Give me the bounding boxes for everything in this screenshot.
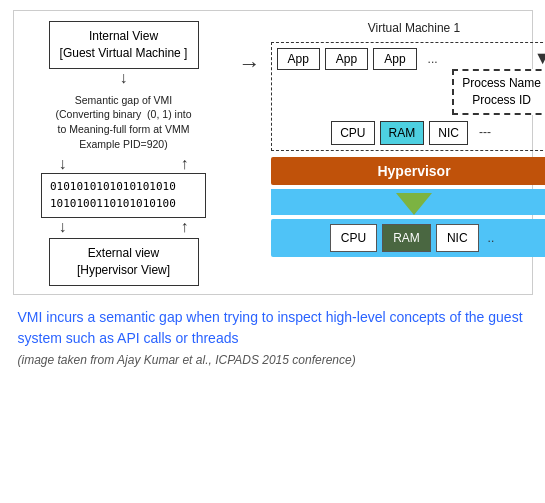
diagram-area: Internal View [Guest Virtual Machine ] ↓…: [24, 21, 522, 286]
left-side: Internal View [Guest Virtual Machine ] ↓…: [24, 21, 224, 286]
vm-cpu-cell: CPU: [331, 121, 374, 145]
vm-nic-cell: NIC: [429, 121, 468, 145]
internal-view-line2: [Guest Virtual Machine ]: [60, 46, 188, 60]
diagram-container: Internal View [Guest Virtual Machine ] ↓…: [13, 10, 533, 295]
internal-view-box: Internal View [Guest Virtual Machine ]: [49, 21, 199, 69]
vm-resource-row: CPU RAM NIC ---: [277, 121, 546, 145]
external-view-line1: External view: [88, 246, 159, 260]
green-triangle-wrapper: [271, 189, 546, 215]
external-view-line2: [Hypervisor View]: [77, 263, 170, 277]
hypervisor-bar: Hypervisor: [271, 157, 546, 185]
caption-main: VMI incurs a semantic gap when trying to…: [18, 307, 528, 349]
phys-cpu-cell: CPU: [330, 224, 377, 252]
vm-top-row: App App App ... ▼ Process Name Process I…: [277, 48, 546, 115]
semantic-gap-text: Semantic gap of VMI(Converting binary (0…: [34, 93, 214, 152]
vm-resource-dots: ---: [473, 121, 497, 145]
vm-ram-cell: RAM: [380, 121, 425, 145]
green-triangle-icon: [396, 193, 432, 215]
internal-view-line1: Internal View: [89, 29, 158, 43]
physical-section: CPU RAM NIC ..: [271, 219, 546, 257]
physical-row: CPU RAM NIC ..: [276, 224, 546, 252]
process-wrapper: ▼ Process Name Process ID: [452, 48, 545, 115]
arrow-to-process: ▼: [534, 48, 545, 69]
binary-line2: 1010100110101010100: [50, 197, 176, 210]
process-line1: Process Name: [462, 76, 541, 90]
down-arrow-1: ↓: [120, 69, 128, 87]
phys-nic-cell: NIC: [436, 224, 479, 252]
app-cell-3: App: [373, 48, 416, 70]
binary-line1: 0101010101010101010: [50, 180, 176, 193]
two-arrows-bottom: ↓ ↑: [59, 218, 189, 236]
binary-box: 0101010101010101010 1010100110101010100: [41, 173, 206, 218]
vm-title: Virtual Machine 1: [271, 21, 546, 35]
app-dots: ...: [422, 48, 444, 70]
phys-ram-cell: RAM: [382, 224, 431, 252]
caption-italic: (image taken from Ajay Kumar et al., ICP…: [18, 353, 528, 367]
vm-box: App App App ... ▼ Process Name Process I…: [271, 42, 546, 151]
arrow-down-left-b: ↓: [59, 218, 67, 236]
arrow-down-left: ↓: [59, 155, 67, 173]
external-view-box: External view [Hypervisor View]: [49, 238, 199, 286]
right-side: Virtual Machine 1 App App App ...: [271, 21, 546, 257]
arrow-up-right: ↑: [181, 155, 189, 173]
app-cell-1: App: [277, 48, 320, 70]
two-arrows: ↓ ↑: [59, 155, 189, 173]
left-col-inner: Internal View [Guest Virtual Machine ] ↓…: [34, 21, 214, 286]
app-row: App App App ...: [277, 48, 444, 70]
vm-apps-col: App App App ...: [277, 48, 444, 75]
phys-dots: ..: [484, 227, 499, 249]
process-line2: Process ID: [472, 93, 531, 107]
arrow-up-right-b: ↑: [181, 218, 189, 236]
process-name-box: Process Name Process ID: [452, 69, 545, 115]
caption-area: VMI incurs a semantic gap when trying to…: [13, 307, 533, 367]
app-cell-2: App: [325, 48, 368, 70]
right-arrow: →: [239, 51, 261, 77]
